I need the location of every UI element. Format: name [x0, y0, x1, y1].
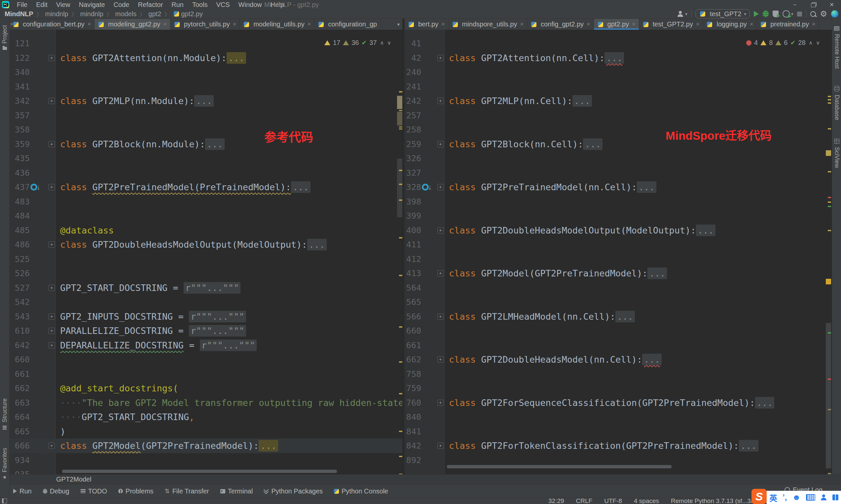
profiler-button[interactable]: ▾ — [783, 10, 793, 18]
fold-expand-icon[interactable]: + — [49, 184, 55, 190]
code-line-526[interactable]: 526 — [9, 266, 402, 281]
error-stripe[interactable] — [826, 30, 831, 474]
fold-expand-icon[interactable]: + — [437, 55, 444, 61]
status-item-0[interactable]: 32:29 — [548, 498, 564, 504]
editor-pane-right[interactable]: 4142+class GPT2Attention(nn.Cell):...240… — [405, 30, 832, 474]
tab-close-icon[interactable]: × — [520, 21, 523, 28]
inspections-widget[interactable]: 486✔28∧∨ — [746, 39, 820, 47]
fold-expand-icon[interactable]: + — [49, 313, 55, 320]
sidebar-item-remote-host[interactable]: Remote Host — [832, 25, 841, 69]
menu-item-window[interactable]: Window — [234, 0, 266, 9]
overridden-marker-icon[interactable]: ↓ — [30, 183, 40, 192]
code-line-399[interactable]: 399 — [405, 209, 832, 223]
code-line-242[interactable]: 242+class GPT2MLP(nn.Cell):... — [405, 94, 832, 108]
code-line-642[interactable]: 642+DEPARALLELIZE_DOCSTRING = r"""...""" — [9, 338, 402, 353]
code-line-841[interactable]: 841 — [405, 425, 832, 439]
ime-toolbox-icon[interactable] — [833, 494, 838, 500]
code-line-842[interactable]: 842+class GPT2ForTokenClassification(GPT… — [405, 438, 832, 453]
code-line-662[interactable]: 662+class GPT2DoubleHeadsModel(nn.Cell):… — [405, 353, 832, 367]
tool-window-button-python-packages[interactable]: Python Packages — [264, 487, 323, 495]
sidebar-item-project[interactable]: Project — [0, 25, 9, 51]
code-line-358[interactable]: 358 — [9, 123, 402, 137]
fold-expand-icon[interactable]: + — [437, 400, 444, 406]
fold-expand-icon[interactable]: + — [49, 443, 55, 449]
fold-expand-icon[interactable]: + — [49, 285, 55, 291]
sidebar-item-favorites[interactable]: Favorites★ — [0, 448, 9, 480]
minimize-button[interactable]: – — [786, 0, 804, 9]
prev-problem-icon[interactable]: ∧ — [380, 40, 384, 46]
code-line-840[interactable]: 840 — [405, 410, 832, 425]
tool-window-button-debug[interactable]: Debug — [43, 487, 69, 495]
code-line-543[interactable]: 543+GPT2_INPUTS_DOCSTRING = r"""...""" — [9, 309, 402, 324]
tab-bert-py[interactable]: bert.py× — [405, 19, 449, 30]
code-line-328[interactable]: 328↓+class GPT2PreTrainedModel(nn.Cell):… — [405, 180, 832, 195]
tool-window-button-run[interactable]: Run — [13, 487, 32, 495]
tab-close-icon[interactable]: × — [812, 21, 816, 28]
tab-close-icon[interactable]: × — [88, 21, 91, 28]
breadcrumb-item[interactable]: gpt2 — [148, 10, 161, 18]
code-line-241[interactable]: 241 — [405, 79, 832, 94]
close-button[interactable]: ✕ — [823, 0, 841, 9]
code-line-326[interactable]: 326 — [405, 151, 832, 166]
code-line-666[interactable]: 666+class GPT2Model(GPT2PreTrainedModel)… — [9, 438, 402, 453]
tab-close-icon[interactable]: × — [632, 21, 636, 28]
status-item-3[interactable]: 4 spaces — [634, 498, 659, 504]
fold-expand-icon[interactable]: + — [437, 443, 444, 449]
next-problem-icon[interactable]: ∨ — [816, 40, 820, 46]
error-stripe[interactable] — [397, 30, 402, 474]
run-with-coverage-button[interactable] — [773, 11, 779, 17]
scrollbar-thumb[interactable] — [397, 112, 402, 126]
menu-item-tools[interactable]: Tools — [188, 0, 212, 9]
code-line-660[interactable]: 660 — [9, 353, 402, 367]
code-line-437[interactable]: 437↓+class GPT2PreTrainedModel(PreTraine… — [9, 180, 402, 195]
tab-close-icon[interactable]: × — [163, 21, 167, 28]
menu-item-vcs[interactable]: VCS — [212, 0, 234, 9]
scrollbar-thumb[interactable] — [826, 323, 831, 468]
run-configuration-select[interactable]: test_GPT2 ▾ — [696, 9, 750, 18]
code-line-484[interactable]: 484 — [9, 209, 402, 223]
menu-item-refactor[interactable]: Refactor — [133, 0, 167, 9]
code-line-759[interactable]: 759 — [405, 381, 832, 396]
fold-expand-icon[interactable]: + — [49, 241, 55, 248]
tab-configuration_gp[interactable]: configuration_gp — [315, 19, 380, 30]
fold-expand-icon[interactable]: + — [437, 141, 444, 147]
menu-item-run[interactable]: Run — [167, 0, 188, 9]
tool-window-toggle-icon[interactable] — [2, 498, 7, 503]
code-line-411[interactable]: 411 — [405, 237, 832, 252]
code-line-665[interactable]: 665) — [9, 425, 402, 439]
tool-window-button-problems[interactable]: Problems — [118, 487, 153, 495]
menu-item-navigate[interactable]: Navigate — [75, 0, 109, 9]
overridden-marker-icon[interactable]: ↓ — [422, 183, 432, 192]
tab-close-icon[interactable]: × — [307, 21, 311, 28]
code-line-934[interactable]: 934 — [9, 453, 402, 468]
tab-close-icon[interactable]: × — [750, 21, 753, 28]
stop-button[interactable] — [797, 12, 802, 17]
breadcrumb-root[interactable]: MindNLP — [5, 10, 33, 18]
run-button[interactable] — [754, 11, 759, 17]
code-line-436[interactable]: 436 — [9, 166, 402, 180]
scrollbar-thumb[interactable] — [397, 159, 402, 217]
settings-button[interactable]: ⚙ — [820, 10, 827, 18]
code-line-662[interactable]: 662@add_start_docstrings( — [9, 381, 402, 396]
restore-button[interactable] — [804, 0, 823, 9]
next-problem-icon[interactable]: ∨ — [387, 40, 391, 46]
tab-overflow-chevron-icon[interactable]: ▾ — [397, 21, 402, 28]
code-line-359[interactable]: 359+class GPT2Block(nn.Module):... — [9, 137, 402, 151]
code-line-357[interactable]: 357 — [9, 108, 402, 123]
tab-configuration_bert-py[interactable]: configuration_bert.py× — [9, 19, 94, 30]
breadcrumb-item[interactable]: mindnlp — [80, 10, 103, 18]
menu-item-edit[interactable]: Edit — [32, 0, 52, 9]
code-line-610[interactable]: 610+PARALLELIZE_DOCSTRING = r"""...""" — [9, 324, 402, 338]
code-line-435[interactable]: 435 — [9, 151, 402, 166]
tab-config_gpt2-py[interactable]: config_gpt2.py× — [527, 19, 594, 30]
menu-item-file[interactable]: File — [13, 0, 32, 9]
tab-close-icon[interactable]: × — [441, 21, 445, 28]
code-line-758[interactable]: 758 — [405, 367, 832, 381]
menu-item-code[interactable]: Code — [109, 0, 134, 9]
editor-pane-left[interactable]: 121122+class GPT2Attention(nn.Module):..… — [9, 30, 402, 474]
fold-expand-icon[interactable]: + — [49, 342, 55, 348]
code-line-664[interactable]: 664····GPT2_START_DOCSTRING, — [9, 410, 402, 425]
ime-language-toggle[interactable]: 英 — [769, 492, 777, 503]
tab-gpt2-py[interactable]: gpt2.py× — [594, 19, 639, 30]
code-line-565[interactable]: 565 — [405, 295, 832, 309]
